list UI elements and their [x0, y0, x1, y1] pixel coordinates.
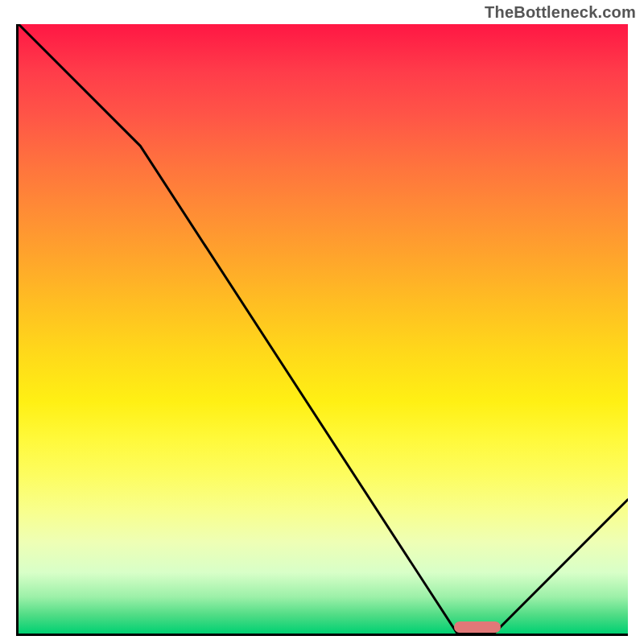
gradient-background — [19, 24, 628, 634]
plot-area — [16, 24, 628, 636]
optimal-marker — [454, 621, 501, 633]
watermark-text: TheBottleneck.com — [485, 3, 636, 22]
